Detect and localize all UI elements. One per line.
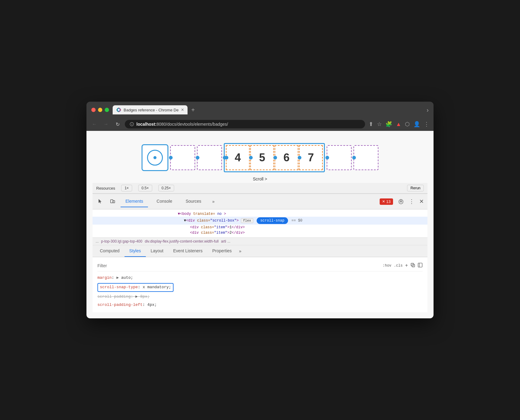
tab-menu-button[interactable]: › (427, 107, 429, 114)
scroll-item-5: 5 (250, 145, 274, 170)
more-options-button[interactable]: ⋮ (409, 198, 414, 205)
margin-line: margin: ▶ auto; (97, 274, 423, 282)
cls-button[interactable]: .cls (394, 264, 403, 268)
window-controls (91, 108, 109, 112)
extensions-icon[interactable]: 🧩 (385, 120, 393, 128)
cursor-tool-button[interactable] (96, 197, 105, 206)
breadcrumb: ... p-top-300.lg\:gap-top-400 div.displa… (93, 237, 427, 245)
devtools-panel: Elements Console Sources » ✕ 13 ⋮ ✕ (93, 194, 427, 312)
tree-line-item2: <div class="item">2</div> (93, 230, 427, 236)
sidebar-icon[interactable] (418, 263, 423, 269)
gear-icon (398, 199, 404, 204)
tab-event-listeners[interactable]: Event Listeners (168, 245, 208, 257)
rate-1x-button[interactable]: 1× (121, 185, 132, 191)
rerun-button[interactable]: Rerun (407, 185, 424, 191)
scroll-padding-left-line: scroll-padding-left: 4px; (97, 301, 423, 309)
active-tab[interactable]: Badges reference - Chrome De × (113, 105, 188, 114)
bookmark-icon[interactable]: ☆ (376, 120, 382, 128)
dot-icon (153, 156, 156, 159)
scroll-demo: 4 5 6 7 (93, 137, 427, 183)
flex-badge[interactable]: flex (241, 218, 253, 223)
reload-button[interactable]: ↻ (113, 120, 122, 128)
scroll-item-3 (197, 145, 222, 170)
profile-icon[interactable]: 👤 (413, 120, 421, 128)
breadcrumb-ellipsis: ... (96, 239, 99, 243)
rate-quarter-button[interactable]: 0.25× (158, 185, 174, 191)
tab-close-button[interactable]: × (181, 107, 184, 112)
style-tabs-row: Computed Styles Layout Event Listeners P… (93, 245, 427, 257)
first-item-inner (147, 150, 163, 166)
minimize-window-button[interactable] (98, 108, 102, 112)
tab-styles[interactable]: Styles (125, 245, 146, 257)
styles-panel: Filter :hov .cls + mar (93, 257, 427, 312)
close-window-button[interactable] (91, 108, 96, 112)
menu-icon[interactable]: ⋮ (423, 120, 430, 128)
filter-row: Filter :hov .cls + (97, 260, 423, 271)
error-icon: ✕ (382, 199, 385, 204)
tab-console[interactable]: Console (152, 196, 177, 207)
add-style-button[interactable]: + (405, 263, 408, 268)
svg-rect-9 (418, 263, 422, 267)
settings-button[interactable] (397, 197, 405, 206)
scroll-item-first (142, 144, 168, 171)
tree-line-item1: <div class="item">1</div> (93, 225, 427, 230)
cursor-icon (98, 199, 103, 204)
snap-dot-9 (352, 156, 356, 159)
address-path: 8080/docs/devtools/elements/badges/ (156, 122, 228, 127)
title-bar: Badges reference - Chrome De × + › (86, 102, 434, 117)
tab-title: Badges reference - Chrome De (124, 108, 179, 112)
devtools-icon[interactable]: ▲ (395, 121, 402, 128)
snap-dot-8 (325, 156, 329, 159)
toolbar-icons: ⬆ ☆ 🧩 ▲ ⬡ 👤 ⋮ (368, 120, 430, 128)
scroll-snap-badge[interactable]: scroll-snap (257, 217, 288, 224)
close-devtools-button[interactable]: ✕ (419, 198, 424, 205)
snap-dot-6 (273, 156, 277, 159)
new-tab-button[interactable]: + (189, 106, 197, 114)
scroll-label: Scroll > (253, 177, 267, 181)
resources-label: Resources (96, 186, 115, 191)
snap-dot-4 (225, 156, 228, 159)
maximize-window-button[interactable] (105, 108, 109, 112)
snap-dot (169, 156, 173, 159)
svg-rect-8 (411, 263, 414, 266)
device-toggle-button[interactable] (108, 197, 117, 206)
resources-bar: Resources 1× 0.5× 0.25× Rerun (93, 183, 427, 194)
more-style-tabs-button[interactable]: » (237, 246, 244, 257)
scroll-item-2 (170, 145, 195, 170)
tab-computed[interactable]: Computed (95, 245, 125, 257)
scroll-item-9 (353, 145, 378, 170)
browser-content: 4 5 6 7 (86, 131, 434, 318)
tree-line-body: ▼<body translate= no > (93, 211, 427, 217)
tab-properties[interactable]: Properties (207, 245, 237, 257)
breadcrumb-item-3[interactable]: arti (221, 239, 226, 243)
splitscreen-icon[interactable]: ⬡ (404, 120, 410, 128)
snap-dot-2 (196, 156, 199, 159)
svg-point-1 (118, 109, 120, 111)
back-button[interactable]: ← (90, 120, 99, 128)
breadcrumb-item-1[interactable]: p-top-300.lg\:gap-top-400 (101, 239, 142, 243)
scroll-snap-type-highlight: scroll-snap-type: x mandatory; (97, 283, 174, 292)
hov-button[interactable]: :hov (383, 264, 392, 268)
scroll-item-8 (327, 145, 352, 170)
address-bar[interactable]: ℹ localhost:8080/docs/devtools/elements/… (125, 120, 365, 128)
tab-elements[interactable]: Elements (121, 196, 148, 207)
svg-point-6 (400, 201, 402, 202)
scroll-item-4: 4 (226, 145, 250, 170)
tab-layout[interactable]: Layout (146, 245, 168, 257)
breadcrumb-item-2[interactable]: div.display-flex.justify-content-center.… (145, 239, 219, 243)
tab-sources[interactable]: Sources (181, 196, 206, 207)
chrome-favicon-icon (116, 107, 121, 112)
snap-dot-5 (249, 156, 253, 159)
elements-tree: ▼<body translate= no > ▼<div class="scro… (93, 209, 427, 237)
address-text: localhost:8080/docs/devtools/elements/ba… (136, 122, 228, 127)
more-tabs-button[interactable]: » (210, 196, 217, 207)
share-icon[interactable]: ⬆ (368, 120, 374, 128)
rate-half-button[interactable]: 0.5× (138, 185, 152, 191)
copy-styles-icon[interactable] (410, 263, 415, 269)
forward-button[interactable]: → (102, 120, 110, 128)
address-host: localhost: (136, 122, 156, 127)
svg-text:ℹ: ℹ (132, 123, 132, 125)
error-count: 13 (386, 199, 391, 204)
tree-line-scroll-box[interactable]: ▼<div class="scroll-box"> flex scroll-sn… (93, 217, 427, 225)
svg-rect-4 (111, 200, 113, 203)
